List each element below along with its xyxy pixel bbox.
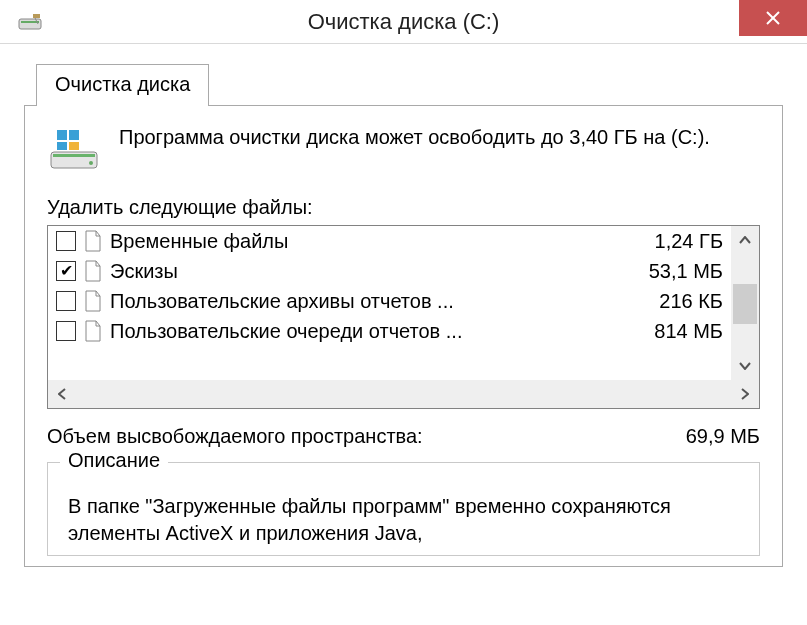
file-size: 53,1 МБ [641, 260, 723, 283]
window-title: Очистка диска (C:) [0, 9, 807, 35]
tab-cleanup[interactable]: Очистка диска [36, 64, 209, 106]
list-item[interactable]: Пользовательские архивы отчетов ...216 К… [48, 286, 731, 316]
file-name: Пользовательские архивы отчетов ... [110, 290, 643, 313]
file-size: 216 КБ [651, 290, 723, 313]
tab-panel: Программа очистки диска может освободить… [24, 105, 783, 567]
scroll-down-button[interactable] [731, 352, 759, 380]
scroll-track[interactable] [731, 254, 759, 352]
file-icon [84, 260, 102, 282]
group-title: Описание [60, 449, 168, 472]
close-icon [766, 11, 780, 25]
list-item[interactable]: Эскизы53,1 МБ [48, 256, 731, 286]
checkbox[interactable] [56, 261, 76, 281]
checkbox[interactable] [56, 231, 76, 251]
chevron-down-icon [739, 362, 751, 370]
titlebar: Очистка диска (C:) [0, 0, 807, 44]
checkbox[interactable] [56, 291, 76, 311]
file-name: Временные файлы [110, 230, 639, 253]
chevron-left-icon [58, 388, 66, 400]
freespace-value: 69,9 МБ [686, 425, 760, 448]
file-size: 814 МБ [646, 320, 723, 343]
chevron-right-icon [741, 388, 749, 400]
tabstrip: Очистка диска [24, 64, 783, 106]
file-icon [84, 290, 102, 312]
scroll-thumb[interactable] [733, 284, 757, 324]
list-label: Удалить следующие файлы: [47, 196, 760, 219]
scroll-right-button[interactable] [731, 380, 759, 408]
file-list: Временные файлы1,24 ГБЭскизы53,1 МБПольз… [47, 225, 760, 409]
freespace-label: Объем высвобождаемого пространства: [47, 425, 423, 448]
chevron-up-icon [739, 236, 751, 244]
scroll-left-button[interactable] [48, 380, 76, 408]
file-name: Пользовательские очереди отчетов ... [110, 320, 638, 343]
svg-point-6 [89, 161, 93, 165]
svg-rect-9 [57, 142, 67, 150]
svg-rect-5 [53, 154, 95, 157]
file-icon [84, 230, 102, 252]
list-item[interactable]: Временные файлы1,24 ГБ [48, 226, 731, 256]
file-name: Эскизы [110, 260, 633, 283]
drive-icon [47, 124, 103, 174]
horizontal-scrollbar[interactable] [48, 380, 759, 408]
description-group: Описание В папке "Загруженные файлы прог… [47, 462, 760, 556]
file-icon [84, 320, 102, 342]
svg-rect-8 [69, 130, 79, 140]
close-button[interactable] [739, 0, 807, 36]
scroll-up-button[interactable] [731, 226, 759, 254]
checkbox[interactable] [56, 321, 76, 341]
svg-rect-10 [69, 142, 79, 150]
hscroll-track[interactable] [76, 380, 731, 408]
list-item[interactable]: Пользовательские очереди отчетов ...814 … [48, 316, 731, 346]
file-size: 1,24 ГБ [647, 230, 723, 253]
intro-text: Программа очистки диска может освободить… [119, 124, 710, 174]
svg-rect-7 [57, 130, 67, 140]
description-text: В папке "Загруженные файлы программ" вре… [68, 493, 739, 547]
vertical-scrollbar[interactable] [731, 226, 759, 380]
